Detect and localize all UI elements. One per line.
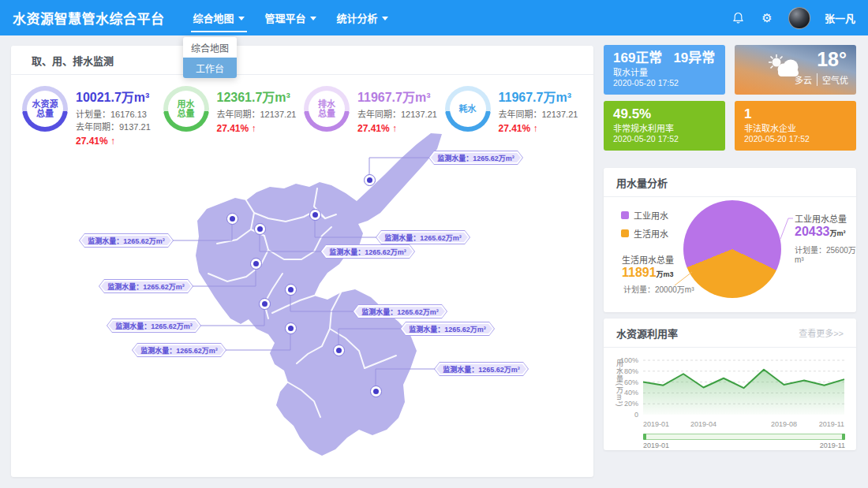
gear-icon[interactable]: ⚙ [760, 11, 774, 25]
svg-text:0: 0 [634, 411, 638, 419]
slider-end-label: 2019-11 [820, 441, 845, 449]
weather-air-quality: 空气优 [817, 73, 848, 86]
utilization-panel: 水资源利用率 查看更多>> 用水量(万m³) 020%40%60%80%100%… [604, 319, 856, 450]
main-menu: 综合地图 管理平台 统计分析 [193, 0, 388, 35]
bell-icon[interactable] [731, 11, 746, 25]
dropdown-item-map[interactable]: 综合地图 [183, 37, 237, 58]
utilization-line-chart: 020%40%60%80%100%2019-012019-042019-0820… [604, 348, 856, 434]
stat-item: 水资源总量 10021.7万m³ 计划量：16176.13 去年同期：9137.… [22, 86, 163, 147]
intake-card-label: 取水计量 [613, 68, 716, 78]
top-navbar: 水资源智慧管水综合平台 综合地图 管理平台 统计分析 ⚙ 张一凡 [0, 0, 868, 35]
legend-swatch [621, 211, 629, 219]
menu-item-manage[interactable]: 管理平台 [265, 0, 316, 35]
view-more-link[interactable]: 查看更多>> [799, 326, 844, 339]
monitor-label: 监测水量：1265.62万m³ [79, 233, 174, 248]
monitor-label-text: 监测水量：1265.62万m³ [109, 321, 199, 330]
monitor-label: 监测水量：1265.62万m³ [107, 319, 201, 333]
map-marker[interactable] [254, 223, 266, 235]
illegal-intake-card: 1 非法取水企业 2020-05-20 17:52 [735, 101, 856, 151]
user-name[interactable]: 张一凡 [825, 10, 855, 25]
stat-last-year: 去年同期：9137.21 [76, 121, 151, 133]
map-marker[interactable] [226, 213, 238, 225]
map-marker[interactable] [333, 345, 345, 356]
stats-row: 水资源总量 10021.7万m³ 计划量：16176.13 去年同期：9137.… [11, 75, 593, 147]
app-title: 水资源智慧管水综合平台 [13, 8, 165, 28]
water-usage-panel: 用水量分析 工业用水 生活用水 工业用水总量 20433万m³ 计划量：2560… [604, 168, 856, 312]
map-marker[interactable] [309, 209, 321, 221]
map-marker[interactable] [364, 174, 376, 186]
monitor-label-text: 监测水量：1265.62万m³ [101, 281, 191, 291]
map-marker[interactable] [370, 386, 382, 397]
monitor-label-text: 监测水量：1265.62万m³ [431, 153, 521, 162]
legend-item-industrial[interactable]: 工业用水 [621, 209, 668, 222]
intake-card-time: 2020-05-20 17:52 [613, 78, 716, 88]
stat-last-year: 去年同期：12137.21 [217, 108, 297, 121]
monitor-label-text: 监测水量：1265.62万m³ [355, 307, 445, 316]
menu-item-map[interactable]: 综合地图 [193, 0, 245, 35]
stat-ring: 水资源总量 [22, 86, 68, 132]
pie-legend: 工业用水 生活用水 [621, 209, 668, 240]
monitor-label-text: 监测水量：1265.62万m³ [134, 345, 224, 355]
map-menu-dropdown: 综合地图 工作台 [183, 37, 237, 78]
avatar[interactable] [788, 7, 810, 29]
utilization-panel-title: 水资源利用率 [616, 326, 678, 341]
chevron-down-icon [382, 17, 388, 20]
domestic-plan: 计划量：20000万m³ [623, 283, 694, 295]
stat-change: 27.41% ↑ [76, 136, 151, 147]
map-marker[interactable] [259, 298, 271, 310]
monitor-label: 监测水量：1265.62万m³ [99, 279, 193, 293]
stat-value: 12361.7万m³ [217, 87, 297, 106]
chevron-down-icon [310, 17, 316, 20]
svg-text:2019-11: 2019-11 [819, 420, 844, 428]
unconventional-value: 49.5% [613, 106, 651, 122]
svg-text:60%: 60% [624, 378, 638, 386]
chevron-down-icon [238, 17, 245, 20]
weather-condition: 多云 [795, 73, 812, 86]
stat-ring: 排水总量 [304, 86, 350, 132]
legend-label: 工业用水 [634, 209, 668, 222]
stat-item: 排水总量 11967.7万m³ 去年同期：12137.21 27.41% ↑ [304, 86, 445, 147]
stat-change: 27.41% ↑ [357, 123, 437, 134]
unconventional-label: 非常规水利用率 [613, 124, 716, 134]
pie-chart [683, 200, 781, 298]
legend-item-domestic[interactable]: 生活用水 [621, 227, 668, 240]
legend-swatch [621, 229, 629, 237]
stat-ring-label: 耗水 [450, 91, 486, 127]
monitor-label: 监测水量：1265.62万m³ [353, 304, 447, 319]
illegal-value: 1 [744, 106, 751, 122]
stat-last-year: 去年同期：12137.21 [357, 108, 437, 121]
menu-item-label: 综合地图 [193, 10, 234, 25]
industrial-total-label: 工业用水总量 [795, 212, 847, 225]
monitor-label: 监测水量：1265.62万m³ [132, 343, 226, 357]
industrial-total-value: 20433万m³ [795, 225, 846, 239]
monitor-label: 监测水量：1265.62万m³ [400, 322, 495, 336]
map-marker[interactable] [250, 258, 262, 270]
stat-ring-label: 排水总量 [309, 91, 345, 127]
right-column: 169正常 19异常 取水计量 2020-05-20 17:52 18° [604, 45, 856, 450]
slider-start-label: 2019-01 [643, 441, 669, 449]
unconventional-time: 2020-05-20 17:52 [613, 134, 716, 144]
usage-panel-title: 用水量分析 [604, 168, 856, 197]
stat-item: 耗水 11967.7万m³ 去年同期：12137.21 27.41% ↑ [445, 86, 586, 147]
stat-ring: 用水总量 [163, 86, 209, 132]
menu-item-label: 管理平台 [265, 10, 306, 25]
unconventional-water-card: 49.5% 非常规水利用率 2020-05-20 17:52 [604, 101, 725, 151]
date-range-slider[interactable] [643, 434, 845, 440]
stat-plan: 计划量：16176.13 [76, 108, 151, 121]
monitor-label-text: 监测水量：1265.62万m³ [378, 233, 468, 242]
intake-normal-count: 169正常 [613, 50, 662, 66]
stat-value: 11967.7万m³ [499, 87, 578, 106]
map-marker[interactable] [285, 284, 297, 296]
stat-value: 11967.7万m³ [357, 87, 437, 106]
map-marker[interactable] [285, 322, 297, 334]
dropdown-item-workbench[interactable]: 工作台 [183, 58, 237, 78]
stat-change: 27.41% ↑ [499, 123, 578, 134]
stat-ring-label: 用水总量 [168, 91, 204, 127]
svg-text:80%: 80% [624, 367, 638, 375]
stat-ring: 耗水 [445, 86, 491, 132]
monitor-label: 监测水量：1265.62万m³ [434, 362, 529, 376]
menu-item-stats[interactable]: 统计分析 [337, 0, 388, 35]
illegal-label: 非法取水企业 [744, 124, 847, 134]
intake-metering-card: 169正常 19异常 取水计量 2020-05-20 17:52 [604, 45, 725, 95]
monitor-label-text: 监测水量：1265.62万m³ [436, 364, 526, 374]
